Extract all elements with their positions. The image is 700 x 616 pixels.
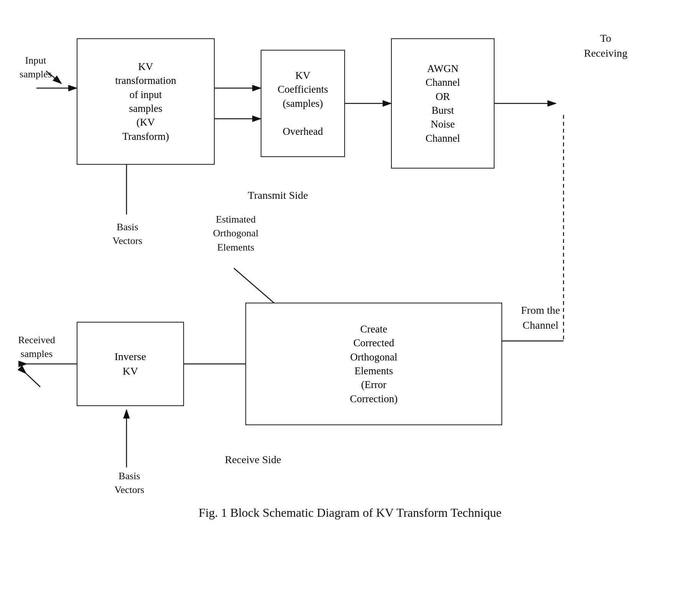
receive-side-label: Receive Side xyxy=(211,452,295,467)
inverse-kv-label: Inverse KV xyxy=(115,349,146,378)
transmit-side-label: Transmit Side xyxy=(230,188,326,203)
estimated-orthogonal-label: Estimated Orthogonal Elements xyxy=(188,213,284,254)
basis-vectors-top-label: Basis Vectors xyxy=(94,220,161,248)
basis-vectors-bottom-label: Basis Vectors xyxy=(96,469,163,497)
input-samples-label: Input samples xyxy=(11,54,61,82)
diagram-container: KV transformation of input samples (KV T… xyxy=(0,0,700,616)
create-corrected-block: Create Corrected Orthogonal Elements (Er… xyxy=(245,303,502,425)
kv-transform-label: KV transformation of input samples (KV T… xyxy=(115,60,176,144)
svg-line-12 xyxy=(26,374,40,387)
received-samples-label: Received samples xyxy=(7,333,66,361)
to-receiving-label: To Receiving xyxy=(567,31,644,61)
awgn-channel-block: AWGN Channel OR Burst Noise Channel xyxy=(391,38,495,169)
kv-coefficients-block: KV Coefficients (samples) Overhead xyxy=(261,50,345,157)
create-corrected-label: Create Corrected Orthogonal Elements (Er… xyxy=(350,322,398,406)
inverse-kv-block: Inverse KV xyxy=(77,322,184,406)
from-the-channel-label: From the Channel xyxy=(502,303,579,333)
kv-coefficients-label: KV Coefficients (samples) Overhead xyxy=(278,69,328,138)
awgn-channel-label: AWGN Channel OR Burst Noise Channel xyxy=(426,62,460,146)
figure-caption: Fig. 1 Block Schematic Diagram of KV Tra… xyxy=(115,506,585,520)
kv-transform-block: KV transformation of input samples (KV T… xyxy=(77,38,215,165)
